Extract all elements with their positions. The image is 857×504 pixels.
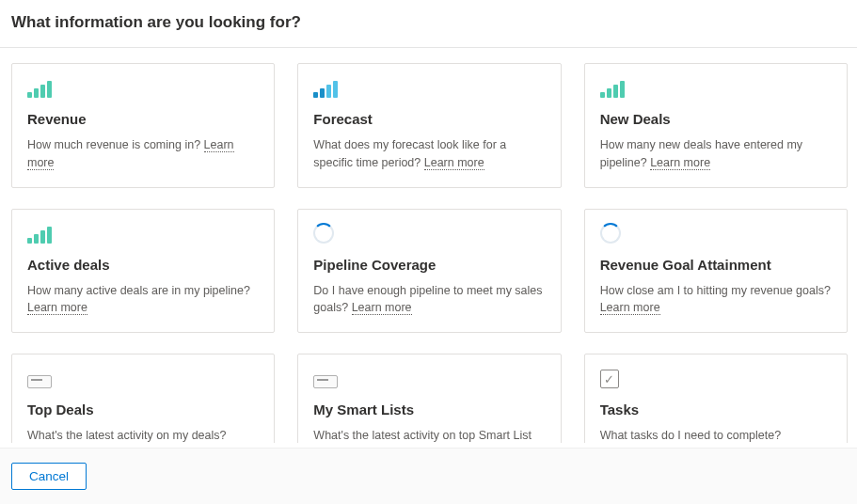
card-icon-wrap	[27, 77, 259, 98]
card-grid: RevenueHow much revenue is coming in? Le…	[11, 63, 848, 443]
learn-more-link[interactable]: Learn more	[424, 156, 484, 170]
option-card[interactable]: My Smart ListsWhat's the latest activity…	[297, 354, 561, 443]
card-icon-wrap	[27, 223, 259, 244]
card-title: Top Deals	[27, 402, 259, 417]
card-description: Do I have enough pipeline to meet my sal…	[313, 282, 545, 318]
card-description: What's the latest activity on my deals? …	[27, 427, 259, 443]
dialog-footer: Cancel	[0, 448, 857, 504]
card-title: Forecast	[313, 111, 545, 127]
card-icon-wrap	[313, 77, 545, 98]
bar-chart-icon	[600, 81, 625, 98]
card-icon-wrap	[313, 223, 545, 244]
card-icon-wrap	[313, 368, 545, 388]
bar-chart-icon	[313, 81, 338, 98]
card-description: How many active deals are in my pipeline…	[27, 282, 259, 318]
option-card[interactable]: New DealsHow many new deals have entered…	[584, 63, 848, 188]
option-card[interactable]: Active dealsHow many active deals are in…	[11, 209, 275, 334]
card-title: New Deals	[600, 111, 832, 127]
card-icon-wrap	[600, 77, 832, 98]
learn-more-link[interactable]: Learn more	[600, 301, 660, 315]
bar-chart-icon	[27, 227, 52, 244]
card-title: Revenue	[27, 111, 259, 127]
card-icon-wrap	[600, 223, 832, 244]
option-card[interactable]: ForecastWhat does my forecast look like …	[297, 63, 561, 188]
card-description: What's the latest activity on top Smart …	[313, 427, 545, 443]
option-card[interactable]: Revenue Goal AttainmentHow close am I to…	[584, 209, 848, 334]
card-title: Tasks	[600, 402, 832, 417]
card-title: My Smart Lists	[313, 402, 545, 417]
list-icon	[313, 375, 338, 388]
cancel-button[interactable]: Cancel	[11, 463, 87, 490]
learn-more-link[interactable]: Learn more	[27, 301, 87, 315]
progress-ring-icon	[313, 223, 334, 244]
card-title: Pipeline Coverage	[313, 257, 545, 273]
option-card[interactable]: Pipeline CoverageDo I have enough pipeli…	[297, 209, 561, 334]
progress-ring-icon	[600, 223, 621, 244]
card-scroll-area[interactable]: RevenueHow much revenue is coming in? Le…	[0, 48, 857, 443]
card-description: What tasks do I need to complete?	[600, 427, 832, 443]
card-description: How much revenue is coming in? Learn mor…	[27, 136, 259, 172]
card-icon-wrap	[27, 368, 259, 388]
list-icon	[27, 375, 52, 388]
option-card[interactable]: ✓TasksWhat tasks do I need to complete?	[584, 354, 848, 443]
card-icon-wrap: ✓	[600, 368, 832, 388]
bar-chart-icon	[27, 81, 52, 98]
dialog-header: What information are you looking for?	[0, 0, 857, 48]
card-title: Active deals	[27, 257, 259, 273]
checkbox-icon: ✓	[600, 370, 619, 388]
learn-more-link[interactable]: Learn more	[650, 156, 710, 170]
option-card[interactable]: RevenueHow much revenue is coming in? Le…	[11, 63, 275, 188]
card-description: How many new deals have entered my pipel…	[600, 136, 832, 172]
option-card[interactable]: Top DealsWhat's the latest activity on m…	[11, 354, 275, 443]
card-description: How close am I to hitting my revenue goa…	[600, 282, 832, 318]
card-description: What does my forecast look like for a sp…	[313, 136, 545, 172]
learn-more-link[interactable]: Learn more	[352, 301, 412, 315]
page-title: What information are you looking for?	[11, 13, 846, 32]
card-title: Revenue Goal Attainment	[600, 257, 832, 273]
